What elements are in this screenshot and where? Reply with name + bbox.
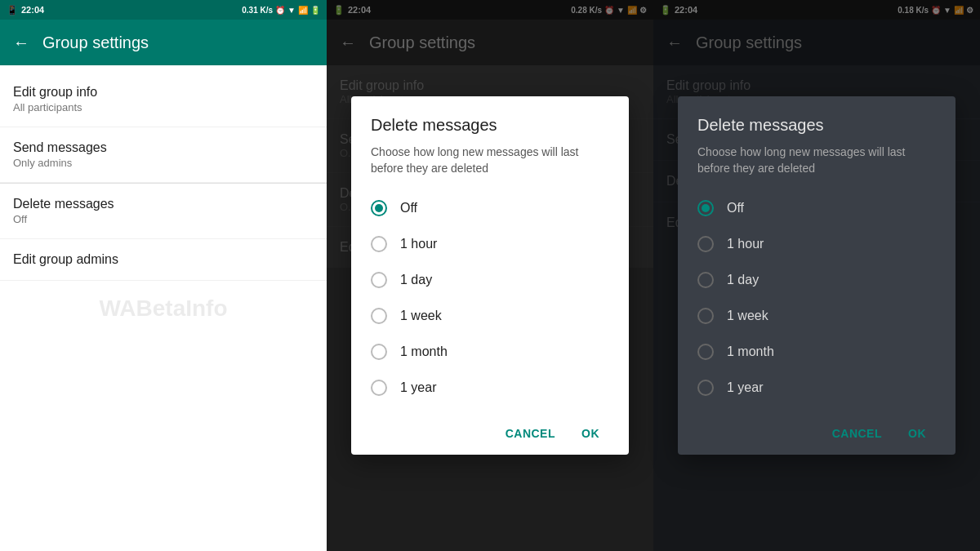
radio-label-off-mid: Off bbox=[400, 201, 417, 216]
radio-1day-dark[interactable]: 1 day bbox=[697, 262, 936, 298]
ok-button-mid[interactable]: OK bbox=[572, 419, 609, 448]
radio-1month-dark[interactable]: 1 month bbox=[697, 334, 936, 370]
alarm-icon: ⏰ bbox=[275, 6, 285, 15]
status-icons-light: 0.31 K/s ⏰ ▼ 📶 🔋 bbox=[242, 6, 320, 15]
edit-group-info-subtitle-light: All participants bbox=[13, 101, 314, 113]
radio-label-1week-mid: 1 week bbox=[400, 309, 442, 323]
radio-circle-1year-mid bbox=[371, 380, 387, 396]
dialog-subtitle-dark: Choose how long new messages will last b… bbox=[697, 144, 936, 176]
radio-label-1week-dark: 1 week bbox=[727, 309, 768, 323]
radio-circle-1day-dark bbox=[697, 272, 714, 288]
radio-circle-1week-mid bbox=[371, 308, 387, 324]
send-messages-subtitle-light: Only admins bbox=[13, 157, 314, 169]
dialog-overlay-mid: Delete messages Choose how long new mess… bbox=[327, 0, 653, 551]
radio-1week-dark[interactable]: 1 week bbox=[697, 298, 936, 334]
panel-light: 📱 22:04 0.31 K/s ⏰ ▼ 📶 🔋 ← Group setting… bbox=[0, 0, 327, 551]
radio-circle-1day-mid bbox=[371, 272, 387, 288]
app-bar-light: ← Group settings bbox=[0, 20, 327, 65]
status-time-light: 📱 22:04 bbox=[7, 5, 44, 16]
dialog-overlay-dark: Delete messages Choose how long new mess… bbox=[653, 0, 980, 551]
radio-1hour-mid[interactable]: 1 hour bbox=[371, 226, 609, 262]
edit-group-admins-title-light: Edit group admins bbox=[13, 252, 314, 267]
radio-label-off-dark: Off bbox=[727, 201, 744, 216]
radio-label-1hour-mid: 1 hour bbox=[400, 237, 437, 251]
ok-button-dark[interactable]: OK bbox=[898, 419, 936, 448]
radio-1year-dark[interactable]: 1 year bbox=[697, 370, 936, 406]
radio-1year-mid[interactable]: 1 year bbox=[371, 370, 609, 406]
radio-label-1year-mid: 1 year bbox=[400, 380, 436, 395]
cancel-button-mid[interactable]: CANCEL bbox=[496, 419, 565, 448]
battery-icon: 🔋 bbox=[310, 6, 320, 15]
radio-label-1year-dark: 1 year bbox=[727, 380, 763, 395]
edit-group-admins-item-light[interactable]: Edit group admins bbox=[0, 239, 327, 281]
dialog-buttons-mid: CANCEL OK bbox=[371, 412, 609, 448]
radio-circle-1month-mid bbox=[371, 344, 387, 360]
app-bar-title-light: Group settings bbox=[42, 33, 149, 52]
radio-circle-1year-dark bbox=[697, 380, 714, 396]
delete-messages-subtitle-light: Off bbox=[13, 213, 314, 225]
radio-circle-1hour-dark bbox=[697, 236, 714, 252]
radio-label-1day-dark: 1 day bbox=[727, 273, 759, 287]
radio-circle-1hour-mid bbox=[371, 236, 387, 252]
delete-messages-item-light[interactable]: Delete messages Off bbox=[0, 184, 327, 239]
radio-1day-mid[interactable]: 1 day bbox=[371, 262, 609, 298]
radio-label-1day-mid: 1 day bbox=[400, 273, 432, 287]
watermark-light: WABetaInfo bbox=[99, 295, 227, 322]
delete-messages-title-light: Delete messages bbox=[13, 197, 314, 211]
radio-label-1month-dark: 1 month bbox=[727, 344, 774, 359]
edit-group-info-item-light[interactable]: Edit group info All participants bbox=[0, 72, 327, 127]
dialog-title-mid: Delete messages bbox=[371, 116, 609, 135]
radio-circle-1month-dark bbox=[697, 344, 714, 360]
sim-icon: 📱 bbox=[7, 5, 18, 16]
edit-group-info-title-light: Edit group info bbox=[13, 85, 314, 100]
radio-circle-1week-dark bbox=[697, 308, 714, 324]
radio-1month-mid[interactable]: 1 month bbox=[371, 334, 609, 370]
radio-circle-off-dark bbox=[697, 200, 714, 216]
dialog-dark: Delete messages Choose how long new mess… bbox=[678, 96, 956, 454]
radio-off-mid[interactable]: Off bbox=[371, 190, 609, 226]
back-button-light[interactable]: ← bbox=[13, 33, 29, 52]
send-messages-item-light[interactable]: Send messages Only admins bbox=[0, 127, 327, 183]
dialog-mid: Delete messages Choose how long new mess… bbox=[351, 96, 629, 454]
dialog-title-dark: Delete messages bbox=[697, 116, 936, 135]
radio-1hour-dark[interactable]: 1 hour bbox=[697, 226, 936, 262]
signal-icon: 📶 bbox=[298, 6, 308, 15]
dialog-subtitle-mid: Choose how long new messages will last b… bbox=[371, 144, 609, 176]
send-messages-title-light: Send messages bbox=[13, 140, 314, 155]
cancel-button-dark[interactable]: CANCEL bbox=[822, 419, 892, 448]
radio-off-dark[interactable]: Off bbox=[697, 190, 936, 226]
radio-circle-off-mid bbox=[371, 200, 387, 216]
radio-1week-mid[interactable]: 1 week bbox=[371, 298, 609, 334]
radio-label-1month-mid: 1 month bbox=[400, 344, 448, 359]
settings-list-light: Edit group info All participants Send me… bbox=[0, 65, 327, 551]
panel-dark: 🔋 22:04 0.18 K/s ⏰ ▼ 📶 ⚙ ← Group setting… bbox=[653, 0, 980, 551]
dialog-buttons-dark: CANCEL OK bbox=[697, 412, 936, 448]
status-bar-light: 📱 22:04 0.31 K/s ⏰ ▼ 📶 🔋 bbox=[0, 0, 327, 20]
panel-mid: 🔋 22:04 0.28 K/s ⏰ ▼ 📶 ⚙ ← Group setting… bbox=[327, 0, 653, 551]
radio-label-1hour-dark: 1 hour bbox=[727, 237, 764, 251]
wifi-icon: ▼ bbox=[287, 6, 296, 15]
